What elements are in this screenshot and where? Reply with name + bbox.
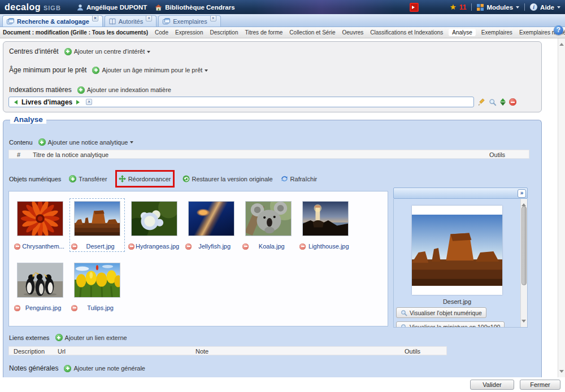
digital-object-chrysanthemum[interactable]: Chrysanthem... [12,198,68,252]
digital-object-desert[interactable]: Desert.jpg [69,198,125,252]
sort-arrows-icon[interactable] [500,95,506,108]
magnifier-icon[interactable] [489,98,497,106]
tab-exemplaires[interactable]: Exemplaires [158,15,221,27]
add-icon [64,48,72,55]
scroll-down-icon[interactable] [559,370,564,375]
docnav-titres-de-forme[interactable]: Titres de forme [244,29,284,36]
scroll-down-icon[interactable] [521,320,526,325]
digital-object-penguins[interactable]: Penguins.jpg [12,260,68,313]
remove-object-icon[interactable] [128,243,134,250]
add-lien-externe-button[interactable]: Ajouter un lien externe [55,334,127,341]
thumbnail-image-jellyfish[interactable] [188,201,234,236]
thumbnail-image-koala[interactable] [245,201,292,236]
notification-icon[interactable] [410,3,419,12]
digital-object-koala[interactable]: Koala.jpg [241,198,296,252]
file-row: Koala.jpg [241,243,295,250]
thumbnail-image-penguins[interactable] [17,263,63,298]
thumbnail-image-desert[interactable] [74,201,120,236]
digital-object-lighthouse[interactable]: Lighthouse.jpg [298,198,353,252]
remove-object-icon[interactable] [71,305,77,311]
indexations-row: Indexations matières Ajouter une indexat… [9,86,171,94]
help-icon[interactable] [554,25,563,35]
file-name[interactable]: Tulips.jpg [77,304,123,311]
file-row: Penguins.jpg [13,304,67,311]
action-label: Ajouter une note générale [73,365,145,372]
preview-scrollbar[interactable] [520,199,527,327]
remove-object-icon[interactable] [299,243,306,250]
remove-object-icon[interactable] [14,305,20,311]
docnav-exemplaires[interactable]: Exemplaires [480,29,514,36]
close-icon[interactable] [92,15,98,21]
favorites[interactable]: ★ 11 [450,3,466,11]
file-name[interactable]: Koala.jpg [249,243,294,250]
docnav-code[interactable]: Code [154,29,169,36]
collapse-icon[interactable] [518,189,526,198]
modules-menu[interactable]: Modules [477,4,519,11]
current-library[interactable]: Bibliothèque Cendrars [155,4,234,11]
move-arrows-icon [119,175,126,182]
prev-arrow-icon[interactable] [12,100,18,104]
next-arrow-icon[interactable] [76,100,82,104]
rafraichir-button[interactable]: Rafraîchir [281,175,318,182]
file-name[interactable]: Jellyfish.jpg [192,243,237,250]
aide-menu[interactable]: i Aide [530,3,560,11]
current-user[interactable]: Angélique DUPONT [77,4,147,11]
action-label: Réordonnancer [128,176,171,182]
add-indexation-button[interactable]: Ajouter une indexation matière [77,86,171,94]
pencil-icon[interactable] [477,98,485,106]
file-name[interactable]: Lighthouse.jpg [306,243,351,250]
divider [471,3,472,11]
workspace-tabbar: Recherche & catalogage Autorités Exempla… [0,14,565,27]
thumbnail-image-hydrangeas[interactable] [131,201,177,236]
fermer-button[interactable]: Fermer [520,380,560,390]
tab-autorites[interactable]: Autorités [105,15,157,27]
close-icon[interactable] [146,15,152,21]
docnav-expression[interactable]: Expression [174,29,204,36]
remove-object-icon[interactable] [14,243,20,250]
remove-object-icon[interactable] [71,243,77,250]
remove-object-icon[interactable] [242,243,249,250]
notes-generales-row: Notes générales Ajouter une note général… [9,364,145,372]
file-name[interactable]: Desert.jpg [77,243,123,250]
reordonnancer-wrapper: Réordonnancer [115,170,175,188]
close-icon[interactable] [210,15,216,21]
add-note-generale-button[interactable]: Ajouter une note générale [64,365,145,372]
digital-object-hydrangeas[interactable]: Hydrangeas.jpg [127,198,182,252]
visualize-object-button[interactable]: Visualiser l'objet numérique [396,307,486,318]
transferer-button[interactable]: Transférer [69,175,107,182]
scroll-up-icon[interactable] [521,201,526,206]
digital-objects-grid: Chrysanthem... [8,191,388,326]
button-label: Visualiser l'objet numérique [410,310,482,316]
docnav-description[interactable]: Description [208,29,239,36]
add-centre-interet-button[interactable]: Ajouter un centre d'intérêt [64,48,151,55]
docnav-classifications[interactable]: Classifications et Indexations [369,29,444,36]
file-name[interactable]: Chrysanthem... [20,243,66,250]
remove-object-icon[interactable] [185,243,192,250]
thumbnail-image-tulips[interactable] [74,263,120,298]
tab-label: Recherche & catalogage [17,18,89,25]
indexation-value[interactable]: Livres d'images [21,98,72,106]
docnav-collection-serie[interactable]: Collection et Série [288,29,336,36]
visualize-thumbnail-button[interactable]: Visualiser la miniature en 100x100 [396,321,505,328]
digital-object-tulips[interactable]: Tulips.jpg [69,260,125,313]
remove-value-icon[interactable] [86,99,92,105]
docnav-oeuvres[interactable]: Oeuvres [341,29,365,36]
delete-icon[interactable] [509,98,516,106]
digital-object-jellyfish[interactable]: Jellyfish.jpg [184,198,239,252]
file-name[interactable]: Penguins.jpg [20,304,66,311]
indexation-value-field[interactable]: Livres d'images [8,97,474,107]
reordonnancer-button[interactable]: Réordonnancer [119,175,171,182]
main-scrollbar[interactable] [558,38,565,377]
add-age-minimum-button[interactable]: Ajouter un âge minimum pour le prêt [92,67,208,74]
add-notice-analytique-button[interactable]: Ajouter une notice analytique [38,138,134,146]
scroll-up-icon[interactable] [559,41,564,46]
file-row: Desert.jpg [70,243,124,250]
restaurer-button[interactable]: Restaurer la version originale [182,175,273,182]
thumbnail-image-chrysanthemum[interactable] [17,201,63,236]
tab-recherche-catalogage[interactable]: Recherche & catalogage [2,15,103,27]
thumbnail-image-lighthouse[interactable] [302,201,349,236]
valider-button[interactable]: Valider [470,380,514,390]
scrollbar-thumb[interactable] [521,206,527,285]
file-name[interactable]: Hydrangeas.jpg [134,243,180,250]
docnav-analyse[interactable]: Analyse [449,29,476,36]
